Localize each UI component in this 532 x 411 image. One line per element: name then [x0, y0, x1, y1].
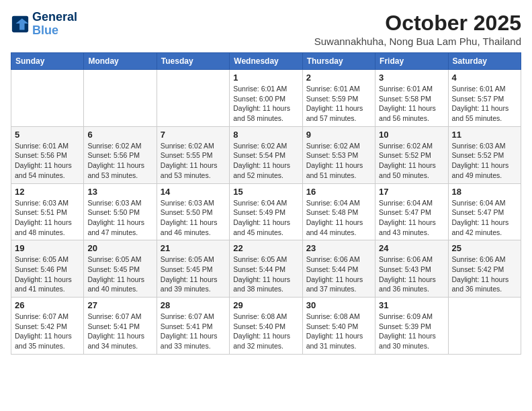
day-detail: Sunrise: 6:02 AMSunset: 5:53 PMDaylight:…: [306, 141, 371, 181]
day-detail: Sunrise: 6:05 AMSunset: 5:45 PMDaylight:…: [87, 255, 152, 294]
calendar-cell: 17Sunrise: 6:04 AMSunset: 5:47 PMDayligh…: [375, 183, 448, 240]
day-number: 5: [15, 130, 80, 140]
day-number: 12: [15, 187, 80, 197]
calendar-week-row: 26Sunrise: 6:07 AMSunset: 5:42 PMDayligh…: [11, 298, 521, 355]
day-number: 25: [452, 243, 517, 253]
calendar-cell: 20Sunrise: 6:05 AMSunset: 5:45 PMDayligh…: [84, 240, 157, 298]
calendar-cell: 15Sunrise: 6:04 AMSunset: 5:49 PMDayligh…: [230, 183, 302, 240]
day-number: 23: [306, 243, 371, 253]
calendar-header-thursday: Thursday: [302, 53, 375, 70]
calendar-cell: 11Sunrise: 6:03 AMSunset: 5:52 PMDayligh…: [448, 126, 521, 183]
day-detail: Sunrise: 6:04 AMSunset: 5:49 PMDaylight:…: [233, 198, 298, 238]
day-number: 28: [161, 300, 226, 310]
day-detail: Sunrise: 6:03 AMSunset: 5:51 PMDaylight:…: [15, 198, 80, 238]
day-detail: Sunrise: 6:02 AMSunset: 5:56 PMDaylight:…: [87, 141, 152, 181]
calendar-cell: 1Sunrise: 6:01 AMSunset: 6:00 PMDaylight…: [230, 70, 302, 127]
calendar-cell: 29Sunrise: 6:08 AMSunset: 5:40 PMDayligh…: [230, 298, 302, 355]
calendar-cell: 23Sunrise: 6:06 AMSunset: 5:44 PMDayligh…: [302, 240, 375, 298]
day-number: 22: [233, 243, 298, 253]
calendar: SundayMondayTuesdayWednesdayThursdayFrid…: [11, 52, 521, 355]
day-detail: Sunrise: 6:06 AMSunset: 5:43 PMDaylight:…: [379, 255, 444, 294]
day-detail: Sunrise: 6:02 AMSunset: 5:55 PMDaylight:…: [161, 141, 226, 181]
calendar-cell: 31Sunrise: 6:09 AMSunset: 5:39 PMDayligh…: [375, 298, 448, 355]
month-title: October 2025: [314, 11, 521, 36]
day-detail: Sunrise: 6:02 AMSunset: 5:52 PMDaylight:…: [379, 141, 444, 181]
day-detail: Sunrise: 6:02 AMSunset: 5:54 PMDaylight:…: [233, 141, 298, 181]
day-number: 27: [87, 300, 152, 310]
day-detail: Sunrise: 6:01 AMSunset: 5:59 PMDaylight:…: [306, 84, 371, 124]
calendar-cell: 16Sunrise: 6:04 AMSunset: 5:48 PMDayligh…: [302, 183, 375, 240]
day-detail: Sunrise: 6:06 AMSunset: 5:42 PMDaylight:…: [452, 255, 517, 294]
day-number: 13: [87, 187, 152, 197]
calendar-cell: 13Sunrise: 6:03 AMSunset: 5:50 PMDayligh…: [84, 183, 157, 240]
day-number: 26: [15, 300, 80, 310]
day-detail: Sunrise: 6:05 AMSunset: 5:46 PMDaylight:…: [15, 255, 80, 294]
calendar-cell: [84, 70, 157, 127]
calendar-header-sunday: Sunday: [11, 53, 84, 70]
day-detail: Sunrise: 6:01 AMSunset: 6:00 PMDaylight:…: [233, 84, 298, 124]
day-number: 1: [233, 73, 298, 83]
calendar-cell: 3Sunrise: 6:01 AMSunset: 5:58 PMDaylight…: [375, 70, 448, 127]
calendar-cell: 22Sunrise: 6:05 AMSunset: 5:44 PMDayligh…: [230, 240, 302, 298]
day-detail: Sunrise: 6:07 AMSunset: 5:41 PMDaylight:…: [87, 312, 152, 351]
day-number: 29: [233, 300, 298, 310]
calendar-header-row: SundayMondayTuesdayWednesdayThursdayFrid…: [11, 53, 521, 70]
day-detail: Sunrise: 6:04 AMSunset: 5:48 PMDaylight:…: [306, 198, 371, 238]
calendar-week-row: 1Sunrise: 6:01 AMSunset: 6:00 PMDaylight…: [11, 70, 521, 127]
calendar-cell: 7Sunrise: 6:02 AMSunset: 5:55 PMDaylight…: [157, 126, 229, 183]
day-number: 8: [233, 130, 298, 140]
day-number: 17: [379, 187, 444, 197]
calendar-cell: 12Sunrise: 6:03 AMSunset: 5:51 PMDayligh…: [11, 183, 84, 240]
subtitle: Suwannakhuha, Nong Bua Lam Phu, Thailand: [314, 36, 521, 47]
day-number: 30: [306, 300, 371, 310]
day-detail: Sunrise: 6:07 AMSunset: 5:42 PMDaylight:…: [15, 312, 80, 351]
calendar-header-tuesday: Tuesday: [157, 53, 229, 70]
calendar-cell: 25Sunrise: 6:06 AMSunset: 5:42 PMDayligh…: [448, 240, 521, 298]
calendar-cell: [448, 298, 521, 355]
day-number: 15: [233, 187, 298, 197]
day-number: 2: [306, 73, 371, 83]
title-area: October 2025 Suwannakhuha, Nong Bua Lam …: [314, 11, 521, 47]
day-detail: Sunrise: 6:03 AMSunset: 5:50 PMDaylight:…: [87, 198, 152, 238]
day-detail: Sunrise: 6:05 AMSunset: 5:45 PMDaylight:…: [161, 255, 226, 294]
day-number: 18: [452, 187, 517, 197]
calendar-cell: 27Sunrise: 6:07 AMSunset: 5:41 PMDayligh…: [84, 298, 157, 355]
day-number: 6: [87, 130, 152, 140]
header: General Blue October 2025 Suwannakhuha, …: [11, 11, 521, 47]
day-number: 14: [161, 187, 226, 197]
logo-text: General Blue: [32, 11, 77, 38]
calendar-cell: 10Sunrise: 6:02 AMSunset: 5:52 PMDayligh…: [375, 126, 448, 183]
calendar-body: 1Sunrise: 6:01 AMSunset: 6:00 PMDaylight…: [11, 70, 521, 355]
calendar-cell: 28Sunrise: 6:07 AMSunset: 5:41 PMDayligh…: [157, 298, 229, 355]
day-detail: Sunrise: 6:06 AMSunset: 5:44 PMDaylight:…: [306, 255, 371, 294]
calendar-cell: 19Sunrise: 6:05 AMSunset: 5:46 PMDayligh…: [11, 240, 84, 298]
day-number: 20: [87, 243, 152, 253]
day-detail: Sunrise: 6:07 AMSunset: 5:41 PMDaylight:…: [161, 312, 226, 351]
day-detail: Sunrise: 6:03 AMSunset: 5:50 PMDaylight:…: [161, 198, 226, 238]
calendar-header-friday: Friday: [375, 53, 448, 70]
day-number: 9: [306, 130, 371, 140]
day-number: 10: [379, 130, 444, 140]
day-detail: Sunrise: 6:03 AMSunset: 5:52 PMDaylight:…: [452, 141, 517, 181]
day-detail: Sunrise: 6:08 AMSunset: 5:40 PMDaylight:…: [233, 312, 298, 351]
calendar-header-wednesday: Wednesday: [230, 53, 302, 70]
day-number: 11: [452, 130, 517, 140]
calendar-cell: 4Sunrise: 6:01 AMSunset: 5:57 PMDaylight…: [448, 70, 521, 127]
calendar-cell: 26Sunrise: 6:07 AMSunset: 5:42 PMDayligh…: [11, 298, 84, 355]
day-number: 16: [306, 187, 371, 197]
calendar-cell: 18Sunrise: 6:04 AMSunset: 5:47 PMDayligh…: [448, 183, 521, 240]
day-detail: Sunrise: 6:01 AMSunset: 5:56 PMDaylight:…: [15, 141, 80, 181]
calendar-cell: 9Sunrise: 6:02 AMSunset: 5:53 PMDaylight…: [302, 126, 375, 183]
calendar-week-row: 12Sunrise: 6:03 AMSunset: 5:51 PMDayligh…: [11, 183, 521, 240]
calendar-header-monday: Monday: [84, 53, 157, 70]
calendar-cell: 5Sunrise: 6:01 AMSunset: 5:56 PMDaylight…: [11, 126, 84, 183]
calendar-cell: 2Sunrise: 6:01 AMSunset: 5:59 PMDaylight…: [302, 70, 375, 127]
day-detail: Sunrise: 6:01 AMSunset: 5:58 PMDaylight:…: [379, 84, 444, 124]
calendar-cell: 30Sunrise: 6:08 AMSunset: 5:40 PMDayligh…: [302, 298, 375, 355]
day-number: 24: [379, 243, 444, 253]
day-detail: Sunrise: 6:01 AMSunset: 5:57 PMDaylight:…: [452, 84, 517, 124]
calendar-cell: 6Sunrise: 6:02 AMSunset: 5:56 PMDaylight…: [84, 126, 157, 183]
calendar-cell: 21Sunrise: 6:05 AMSunset: 5:45 PMDayligh…: [157, 240, 229, 298]
day-number: 7: [161, 130, 226, 140]
calendar-week-row: 5Sunrise: 6:01 AMSunset: 5:56 PMDaylight…: [11, 126, 521, 183]
